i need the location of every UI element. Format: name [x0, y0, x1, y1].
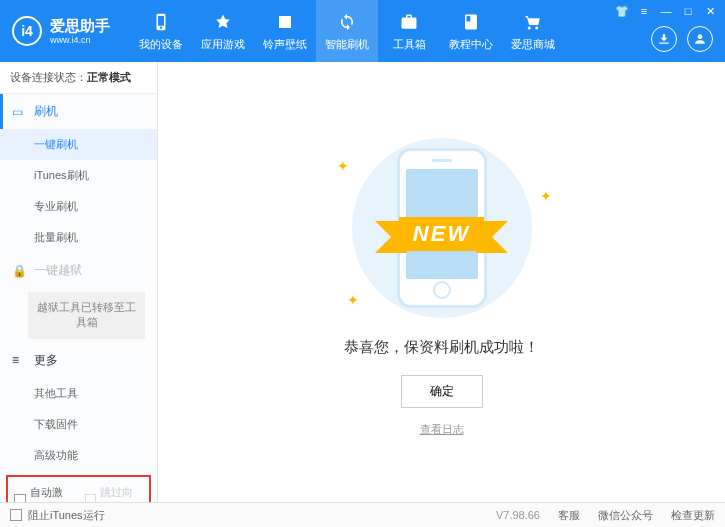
- apps-icon: [212, 11, 234, 33]
- user-button[interactable]: [687, 26, 713, 52]
- download-button[interactable]: [651, 26, 677, 52]
- maximize-icon[interactable]: □: [681, 4, 695, 18]
- more-icon: ≡: [12, 353, 26, 367]
- nav-apps-games[interactable]: 应用游戏: [192, 0, 254, 62]
- nav-store[interactable]: 爱思商城: [502, 0, 564, 62]
- status-bar-footer: 阻止iTunes运行 V7.98.66 客服 微信公众号 检查更新: [0, 502, 725, 527]
- version-label: V7.98.66: [496, 509, 540, 521]
- new-ribbon: NEW: [399, 217, 484, 251]
- logo-icon: i4: [12, 16, 42, 46]
- nav-ringtone-wallpaper[interactable]: 铃声壁纸: [254, 0, 316, 62]
- toolbox-icon: [398, 11, 420, 33]
- window-controls: 👕 ≡ ― □ ✕: [615, 4, 717, 18]
- success-illustration: ✦ ✦ ✦ NEW: [327, 138, 557, 318]
- sidebar-item-other-tools[interactable]: 其他工具: [0, 378, 157, 409]
- footer-link-wechat[interactable]: 微信公众号: [598, 508, 653, 523]
- refresh-icon: [336, 11, 358, 33]
- footer-link-update[interactable]: 检查更新: [671, 508, 715, 523]
- footer-link-support[interactable]: 客服: [558, 508, 580, 523]
- brand-logo: i4 爱思助手 www.i4.cn: [12, 16, 110, 46]
- minimize-icon[interactable]: ―: [659, 4, 673, 18]
- sidebar-item-oneclick-flash[interactable]: 一键刷机: [0, 129, 157, 160]
- sidebar-group-more[interactable]: ≡ 更多: [0, 343, 157, 378]
- brand-title: 爱思助手: [50, 17, 110, 35]
- sidebar-group-jailbreak: 🔒 一键越狱: [0, 253, 157, 288]
- sidebar-group-flash[interactable]: ▭ 刷机: [0, 94, 157, 129]
- sidebar-item-itunes-flash[interactable]: iTunes刷机: [0, 160, 157, 191]
- main-content: ✦ ✦ ✦ NEW 恭喜您，保资料刷机成功啦！ 确定 查看日志: [158, 62, 725, 502]
- result-message: 恭喜您，保资料刷机成功啦！: [344, 338, 539, 357]
- sidebar-item-download-firmware[interactable]: 下载固件: [0, 409, 157, 440]
- skin-icon[interactable]: 👕: [615, 4, 629, 18]
- book-icon: [460, 11, 482, 33]
- nav-toolbox[interactable]: 工具箱: [378, 0, 440, 62]
- sidebar-item-advanced[interactable]: 高级功能: [0, 440, 157, 471]
- nav-smart-flash[interactable]: 智能刷机: [316, 0, 378, 62]
- jailbreak-moved-note: 越狱工具已转移至工具箱: [28, 292, 145, 339]
- sidebar-item-pro-flash[interactable]: 专业刷机: [0, 191, 157, 222]
- menu-icon[interactable]: ≡: [637, 4, 651, 18]
- brand-subtitle: www.i4.cn: [50, 35, 110, 45]
- view-log-link[interactable]: 查看日志: [420, 422, 464, 437]
- app-header: i4 爱思助手 www.i4.cn 我的设备 应用游戏 铃声壁纸 智能刷机 工具…: [0, 0, 725, 62]
- sidebar-item-batch-flash[interactable]: 批量刷机: [0, 222, 157, 253]
- lock-icon: 🔒: [12, 264, 26, 278]
- nav-tutorials[interactable]: 教程中心: [440, 0, 502, 62]
- connection-status: 设备连接状态：正常模式: [0, 62, 157, 94]
- block-itunes-checkbox[interactable]: 阻止iTunes运行: [10, 508, 105, 523]
- cart-icon: [522, 11, 544, 33]
- ok-button[interactable]: 确定: [401, 375, 483, 408]
- sidebar: 设备连接状态：正常模式 ▭ 刷机 一键刷机 iTunes刷机 专业刷机 批量刷机…: [0, 62, 158, 502]
- flash-icon: ▭: [12, 105, 26, 119]
- nav-my-device[interactable]: 我的设备: [130, 0, 192, 62]
- close-icon[interactable]: ✕: [703, 4, 717, 18]
- phone-icon: [150, 11, 172, 33]
- image-icon: [274, 11, 296, 33]
- top-nav: 我的设备 应用游戏 铃声壁纸 智能刷机 工具箱 教程中心 爱思商城: [130, 0, 564, 62]
